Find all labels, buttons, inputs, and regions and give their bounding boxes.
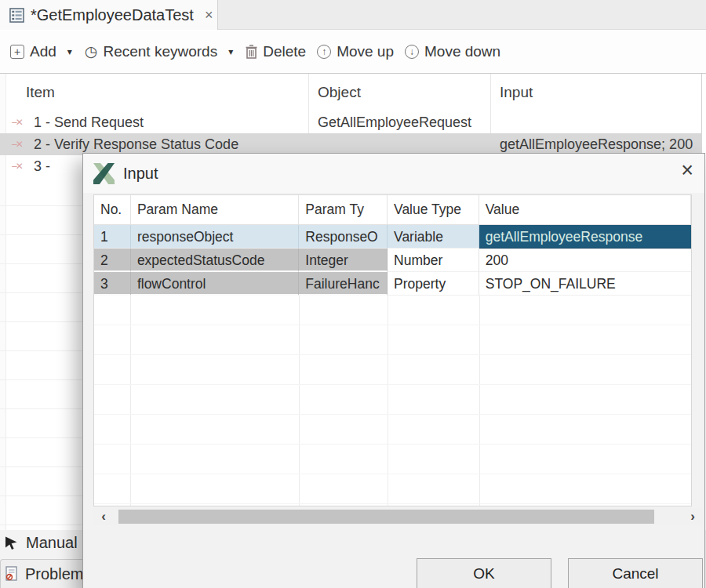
value-type-cell[interactable]: Number: [388, 249, 479, 272]
horizontal-scrollbar[interactable]: ‹ ›: [93, 508, 703, 525]
cancel-button[interactable]: Cancel: [568, 558, 703, 588]
move-up-arrow-icon: ↑: [317, 45, 331, 59]
param-type: Integer: [299, 249, 388, 272]
scrollbar-thumb[interactable]: [118, 510, 654, 524]
column-header-value: Value: [479, 195, 691, 224]
column-header-item: Item: [26, 74, 55, 111]
tab-title: *GetEmployeeDataTest: [31, 6, 194, 24]
param-no: 3: [94, 272, 131, 296]
recent-keywords-button[interactable]: ◷ Recent keywords: [85, 43, 217, 60]
param-row-selected[interactable]: 1 responseObject ResponseO Variable getA…: [94, 225, 691, 249]
value-cell-selected[interactable]: getAllEmployeeResponse: [479, 225, 691, 249]
params-table-header: No. Param Name Param Ty Value Type Value: [94, 195, 691, 225]
param-name: responseObject: [131, 225, 299, 249]
add-dropdown-caret-icon[interactable]: ▾: [67, 46, 72, 57]
tab-problems[interactable]: Problem: [0, 559, 88, 588]
manual-tab-label: Manual: [26, 534, 78, 552]
param-row[interactable]: 2 expectedStatusCode Integer Number 200: [94, 249, 691, 272]
column-header-value-type: Value Type: [388, 195, 479, 224]
recent-keywords-label: Recent keywords: [103, 43, 217, 60]
table-row-selected[interactable]: –✕ 2 - Verify Response Status Code getAl…: [0, 133, 702, 155]
param-type: FailureHanc: [299, 272, 388, 296]
value-type-cell[interactable]: Variable: [388, 225, 479, 249]
add-plus-icon: +: [10, 45, 24, 59]
test-case-icon: [9, 8, 24, 23]
column-header-no: No.: [94, 195, 131, 224]
dialog-title: Input: [123, 165, 158, 183]
param-no: 1: [94, 225, 131, 249]
move-up-label: Move up: [337, 43, 394, 60]
katalon-studio-window: *GetEmployeeDataTest × + Add ▾ ◷ Recent …: [0, 0, 706, 588]
input-dialog: Input × No. Param Name Param Ty Value Ty…: [82, 153, 705, 588]
keyword-step-icon: –✕: [12, 161, 22, 172]
value-type-cell[interactable]: Property: [388, 272, 479, 296]
tab-test-case[interactable]: *GetEmployeeDataTest ×: [0, 0, 218, 30]
problems-icon: [5, 566, 20, 582]
cursor-icon: [4, 535, 19, 550]
keyword-step-icon: –✕: [12, 139, 22, 150]
column-header-param-type: Param Ty: [299, 195, 388, 224]
param-type: ResponseO: [299, 225, 388, 249]
steps-table-header: Item Object Input: [0, 74, 706, 111]
move-down-button[interactable]: ↓ Move down: [405, 43, 500, 60]
ok-button[interactable]: OK: [417, 558, 551, 588]
add-label: Add: [30, 43, 56, 60]
tab-close-icon[interactable]: ×: [205, 7, 213, 24]
katalon-logo-icon: [93, 163, 115, 184]
table-row[interactable]: –✕ 1 - Send Request GetAllEmployeeReques…: [0, 111, 706, 133]
delete-label: Delete: [263, 43, 306, 60]
column-header-param-name: Param Name: [131, 195, 299, 224]
value-cell[interactable]: 200: [479, 249, 691, 272]
keyword-step-icon: –✕: [12, 117, 22, 128]
param-no: 2: [94, 249, 131, 272]
scroll-right-arrow-icon[interactable]: ›: [684, 508, 701, 525]
steps-toolbar: + Add ▾ ◷ Recent keywords ▾ Delete ↑ Mov…: [0, 31, 706, 72]
editor-tab-bar: *GetEmployeeDataTest ×: [0, 0, 706, 30]
move-up-button[interactable]: ↑ Move up: [317, 43, 394, 60]
step-input: getAllEmployeeResponse; 200: [500, 133, 697, 155]
dialog-title-bar[interactable]: Input ×: [83, 154, 704, 193]
clock-icon: ◷: [85, 44, 98, 59]
move-down-arrow-icon: ↓: [405, 45, 419, 59]
step-item: 3 -: [34, 155, 50, 177]
param-name: flowControl: [131, 272, 299, 296]
dialog-close-icon[interactable]: ×: [681, 160, 693, 181]
param-row[interactable]: 3 flowControl FailureHanc Property STOP_…: [94, 272, 691, 296]
tab-manual[interactable]: Manual: [4, 534, 78, 552]
trash-icon: [246, 45, 257, 59]
column-header-input: Input: [500, 74, 533, 111]
move-down-label: Move down: [424, 43, 500, 60]
problems-tab-label: Problem: [25, 565, 83, 583]
value-cell[interactable]: STOP_ON_FAILURE: [479, 272, 691, 296]
empty-rows-area: [94, 296, 691, 506]
column-header-object: Object: [318, 74, 361, 111]
step-item: 2 - Verify Response Status Code: [34, 133, 238, 155]
recent-keywords-dropdown-caret-icon[interactable]: ▾: [228, 46, 233, 57]
add-button[interactable]: + Add: [10, 43, 56, 60]
step-item: 1 - Send Request: [34, 111, 144, 133]
param-name: expectedStatusCode: [131, 249, 299, 272]
scroll-left-arrow-icon[interactable]: ‹: [95, 508, 112, 525]
input-params-table: No. Param Name Param Ty Value Type Value…: [93, 194, 692, 506]
delete-button[interactable]: Delete: [246, 43, 306, 60]
step-object: GetAllEmployeeRequest: [318, 111, 471, 133]
